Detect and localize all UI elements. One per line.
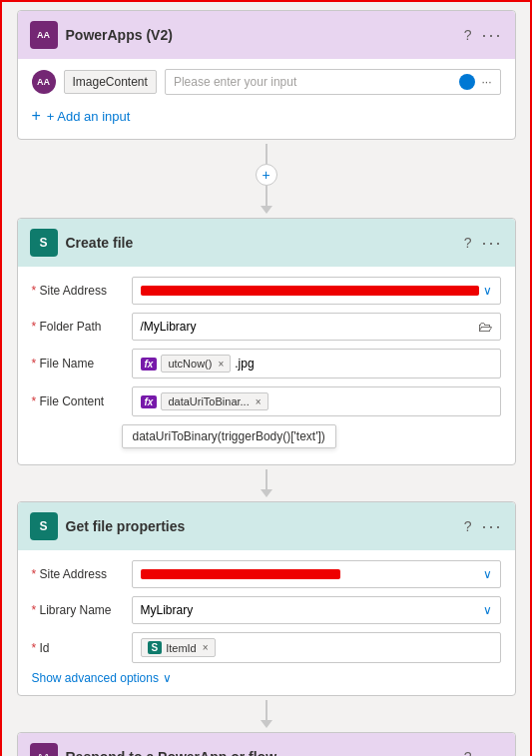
file-content-field[interactable]: fx dataUriToBinar... × [132,386,501,416]
file-name-row: * File Name fx utcNow() × .jpg [32,349,501,378]
get-site-address-chevron: ∨ [483,567,492,581]
file-content-chip-close[interactable]: × [256,396,262,407]
respond-help-icon[interactable]: ? [464,749,472,756]
file-content-label: * File Content [32,394,122,408]
powerapps-card: AA PowerApps (V2) ? ··· AA ImageContent … [17,10,516,140]
folder-path-field[interactable]: /MyLibrary 🗁 [132,313,501,341]
file-content-row: * File Content fx dataUriToBinar... × [32,386,501,416]
id-chip-close[interactable]: × [203,642,209,653]
file-content-tooltip: dataUriToBinary(triggerBody()['text']) [122,424,336,448]
powerapps-blue-dot [459,74,475,90]
powerapps-field-more[interactable]: ··· [481,75,491,89]
get-file-help-icon[interactable]: ? [464,518,472,534]
respond-header: AA Respond to a PowerApp or flow ? ··· [18,733,515,756]
get-file-header: S Get file properties ? ··· [18,502,515,550]
chevron-down-icon: ∨ [163,671,172,685]
connector-2 [261,469,272,497]
library-name-label: * Library Name [32,603,122,617]
powerapps-avatar: AA [32,70,56,94]
connector-2-line [266,469,267,489]
site-address-label: * Site Address [32,284,122,298]
create-file-card: S Create file ? ··· * Site Address ∨ [17,218,516,465]
folder-icon: 🗁 [478,319,492,335]
create-file-body: * Site Address ∨ * Folder Path /MyLibrar… [18,267,515,464]
file-name-chip: utcNow() × [161,355,231,373]
show-advanced-label: Show advanced options [32,671,159,685]
powerapps-input-label: ImageContent [64,70,157,94]
library-chevron: ∨ [483,603,492,617]
site-address-redacted [141,286,479,296]
create-file-icon: S [30,229,58,257]
get-site-address-label: * Site Address [32,567,122,581]
id-field[interactable]: S ItemId × [132,632,501,663]
get-site-address-row: * Site Address ∨ [32,560,501,588]
add-input-plus-icon: + [32,107,41,125]
get-file-actions: ? ··· [464,516,503,537]
file-name-fx-badge: fx [141,358,158,371]
file-content-chip: dataUriToBinar... × [161,392,267,410]
folder-path-row: * Folder Path /MyLibrary 🗁 [32,313,501,341]
connector-1-arrow [261,206,272,214]
file-name-field[interactable]: fx utcNow() × .jpg [132,349,501,378]
create-file-more-icon[interactable]: ··· [481,233,502,254]
respond-card: AA Respond to a PowerApp or flow ? ··· A… [17,732,516,756]
library-name-row: * Library Name MyLibrary ∨ [32,596,501,624]
respond-icon: AA [30,743,58,756]
id-chip: S ItemId × [141,638,216,657]
respond-title: Respond to a PowerApp or flow [66,749,456,756]
add-input-label: + Add an input [47,109,131,124]
id-chip-s-badge: S [148,641,163,654]
powerapps-header: AA PowerApps (V2) ? ··· [18,11,515,59]
respond-more-icon[interactable]: ··· [481,747,502,757]
powerapps-help-icon[interactable]: ? [464,27,472,43]
connector-3 [261,700,272,728]
file-content-fx-badge: fx [141,395,158,408]
library-name-value: MyLibrary [141,603,194,617]
connector-1-plus[interactable]: + [256,164,277,186]
powerapps-title: PowerApps (V2) [66,27,456,43]
get-file-body: * Site Address ∨ * Library Name MyLibrar… [18,550,515,695]
connector-3-line [266,700,267,720]
id-label: * Id [32,641,122,655]
get-file-more-icon[interactable]: ··· [481,516,502,537]
library-name-field[interactable]: MyLibrary ∨ [132,596,501,624]
powerapps-input-field[interactable]: Please enter your input ··· [165,69,501,95]
get-file-title: Get file properties [66,518,456,534]
get-file-icon: S [30,512,58,540]
id-chip-text: ItemId [166,642,197,654]
connector-1-line2 [266,186,267,206]
connector-1: + [256,144,277,214]
folder-path-label: * Folder Path [32,320,122,334]
connector-3-arrow [261,720,272,728]
file-name-label: * File Name [32,357,122,371]
site-address-row: * Site Address ∨ [32,277,501,305]
folder-path-value: /MyLibrary [141,320,197,334]
create-file-help-icon[interactable]: ? [464,235,472,251]
powerapps-input-placeholder: Please enter your input [174,75,296,89]
powerapps-actions: ? ··· [464,25,503,46]
site-address-field[interactable]: ∨ [132,277,501,305]
get-file-card: S Get file properties ? ··· * Site Addre… [17,501,516,696]
connector-1-line [266,144,267,164]
file-name-chip-close[interactable]: × [218,359,224,370]
powerapps-more-icon[interactable]: ··· [481,25,502,46]
create-file-title: Create file [66,235,456,251]
create-file-header: S Create file ? ··· [18,219,515,267]
powerapps-body: AA ImageContent Please enter your input … [18,59,515,139]
show-advanced-link[interactable]: Show advanced options ∨ [32,671,501,685]
flow-container: AA PowerApps (V2) ? ··· AA ImageContent … [10,10,522,756]
id-row: * Id S ItemId × [32,632,501,663]
powerapps-icon: AA [30,21,58,49]
site-address-chevron: ∨ [483,284,492,298]
create-file-actions: ? ··· [464,233,503,254]
get-site-address-redacted [141,569,340,579]
add-input-link[interactable]: + + Add an input [32,103,501,129]
file-name-suffix: .jpg [235,357,254,371]
connector-2-arrow [261,489,272,497]
respond-actions: ? ··· [464,747,503,757]
powerapps-input-row: AA ImageContent Please enter your input … [32,69,501,95]
get-site-address-field[interactable]: ∨ [132,560,501,588]
